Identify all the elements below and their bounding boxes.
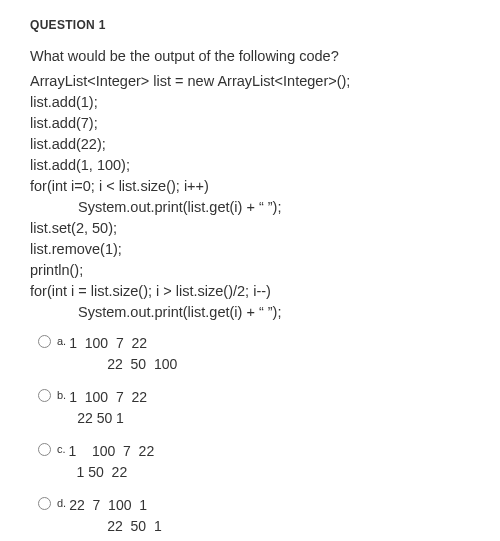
question-header: QUESTION 1 [30, 18, 480, 32]
code-line: ArrayList<Integer> list = new ArrayList<… [30, 71, 480, 92]
code-line: list.add(7); [30, 113, 480, 134]
option-d-radio[interactable] [38, 497, 51, 510]
option-a-line1: 1 100 7 22 [69, 333, 177, 354]
option-d-content: 22 7 100 1 22 50 1 [69, 495, 162, 537]
option-a-line2: 22 50 100 [69, 354, 177, 375]
option-d-letter: d. [57, 497, 66, 509]
option-b: b. 1 100 7 22 22 50 1 [30, 387, 480, 429]
code-line: list.add(1, 100); [30, 155, 480, 176]
question-prompt: What would be the output of the followin… [30, 46, 480, 67]
option-c: c. 1 100 7 22 1 50 22 [30, 441, 480, 483]
option-a-radio[interactable] [38, 335, 51, 348]
code-line: list.add(1); [30, 92, 480, 113]
option-c-content: 1 100 7 22 1 50 22 [69, 441, 155, 483]
code-line: list.add(22); [30, 134, 480, 155]
option-b-line1: 1 100 7 22 [69, 387, 147, 408]
option-b-radio[interactable] [38, 389, 51, 402]
option-d-line2: 22 50 1 [69, 516, 162, 537]
option-c-radio[interactable] [38, 443, 51, 456]
code-line: System.out.print(list.get(i) + “ ”); [30, 197, 480, 218]
option-a-letter: a. [57, 335, 66, 347]
option-d: d. 22 7 100 1 22 50 1 [30, 495, 480, 537]
code-block: ArrayList<Integer> list = new ArrayList<… [30, 71, 480, 323]
option-d-line1: 22 7 100 1 [69, 495, 162, 516]
code-line: println(); [30, 260, 480, 281]
code-line: list.remove(1); [30, 239, 480, 260]
code-line: System.out.print(list.get(i) + “ ”); [30, 302, 480, 323]
option-c-line1: 1 100 7 22 [69, 441, 155, 462]
code-line: for(int i = list.size(); i > list.size()… [30, 281, 480, 302]
option-b-content: 1 100 7 22 22 50 1 [69, 387, 147, 429]
option-a: a. 1 100 7 22 22 50 100 [30, 333, 480, 375]
code-line: for(int i=0; i < list.size(); i++) [30, 176, 480, 197]
option-b-letter: b. [57, 389, 66, 401]
options-list: a. 1 100 7 22 22 50 100 b. 1 100 7 22 22… [30, 333, 480, 537]
option-c-line2: 1 50 22 [69, 462, 155, 483]
code-line: list.set(2, 50); [30, 218, 480, 239]
option-b-line2: 22 50 1 [69, 408, 147, 429]
option-c-letter: c. [57, 443, 66, 455]
option-a-content: 1 100 7 22 22 50 100 [69, 333, 177, 375]
